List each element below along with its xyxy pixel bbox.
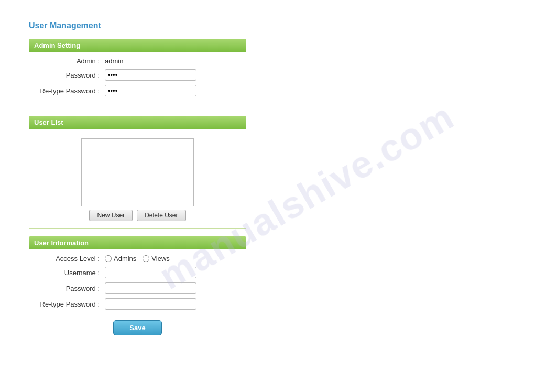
password-input[interactable] bbox=[105, 69, 196, 81]
views-label: Views bbox=[151, 255, 169, 263]
user-retype-row: Re-type Password : bbox=[37, 298, 238, 310]
admin-setting-section: Admin Setting Admin : admin Password : R… bbox=[29, 39, 246, 108]
user-list-buttons: New User Delete User bbox=[37, 210, 238, 221]
user-list-textarea[interactable] bbox=[81, 138, 194, 206]
user-information-section: User Information Access Level : Admins V… bbox=[29, 236, 246, 343]
admins-radio[interactable] bbox=[105, 255, 112, 262]
admins-radio-label[interactable]: Admins bbox=[105, 255, 136, 263]
retype-label: Re-type Password : bbox=[37, 87, 105, 95]
views-radio-label[interactable]: Views bbox=[143, 255, 169, 263]
admin-value: admin bbox=[105, 57, 123, 65]
user-password-row: Password : bbox=[37, 282, 238, 294]
radio-group: Admins Views bbox=[105, 255, 170, 263]
access-level-label: Access Level : bbox=[37, 255, 105, 263]
views-radio[interactable] bbox=[143, 255, 149, 262]
retype-password-input[interactable] bbox=[105, 85, 196, 96]
user-password-label: Password : bbox=[37, 285, 105, 292]
admin-setting-body: Admin : admin Password : Re-type Passwor… bbox=[29, 52, 246, 108]
password-row: Password : bbox=[37, 69, 238, 81]
admin-setting-header: Admin Setting bbox=[29, 39, 246, 52]
delete-user-button[interactable]: Delete User bbox=[137, 210, 185, 221]
username-input[interactable] bbox=[105, 267, 196, 278]
user-retype-input[interactable] bbox=[105, 298, 196, 310]
access-level-row: Access Level : Admins Views bbox=[37, 255, 238, 263]
page-container: User Management Admin Setting Admin : ad… bbox=[0, 0, 557, 372]
save-row: Save bbox=[37, 320, 238, 335]
page-title: User Management bbox=[29, 21, 528, 30]
retype-row: Re-type Password : bbox=[37, 85, 238, 96]
password-label: Password : bbox=[37, 71, 105, 79]
user-information-header: User Information bbox=[29, 236, 246, 249]
save-button[interactable]: Save bbox=[113, 320, 161, 335]
admins-label: Admins bbox=[114, 255, 136, 263]
user-password-input[interactable] bbox=[105, 282, 196, 294]
user-list-section: User List New User Delete User bbox=[29, 116, 246, 229]
user-information-body: Access Level : Admins Views Username : bbox=[29, 249, 246, 343]
admin-row: Admin : admin bbox=[37, 57, 238, 65]
username-label: Username : bbox=[37, 269, 105, 277]
user-list-body: New User Delete User bbox=[29, 129, 246, 229]
user-list-header: User List bbox=[29, 116, 246, 129]
username-row: Username : bbox=[37, 267, 238, 278]
user-retype-label: Re-type Password : bbox=[37, 300, 105, 308]
new-user-button[interactable]: New User bbox=[89, 210, 133, 221]
admin-label: Admin : bbox=[37, 57, 105, 65]
